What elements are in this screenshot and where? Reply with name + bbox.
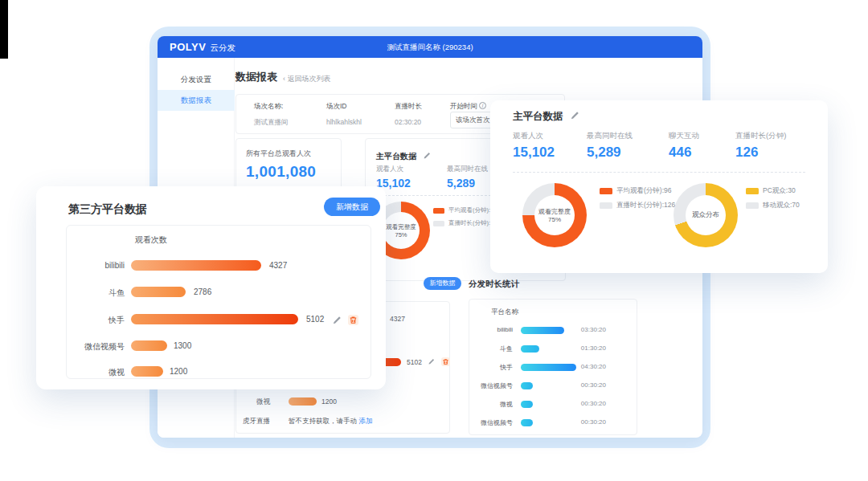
legend-swatch xyxy=(600,202,612,209)
table-row: 斗鱼 01:30:20 xyxy=(469,344,637,353)
window-header: POLYV云分发 测试直播间名称 (290234) xyxy=(158,36,702,58)
card-title: 第三方平台数据 xyxy=(68,202,147,217)
delete-icon[interactable] xyxy=(348,315,358,325)
legend-item: 平均观看(分钟):96 xyxy=(600,186,671,196)
huya-row: 虎牙直播 暂不支持获取，请手动 添加 xyxy=(236,415,449,426)
bar xyxy=(131,366,163,377)
bar xyxy=(521,327,564,334)
platform-column-header: 平台名称 xyxy=(491,308,518,317)
add-data-button[interactable]: 新增数据 xyxy=(324,198,380,216)
legend-swatch xyxy=(746,188,759,194)
bar-row: bilibili 4327 xyxy=(67,259,371,272)
divider xyxy=(513,172,805,173)
legend-swatch xyxy=(433,208,444,214)
session-id-field: 场次ID hlhlkahlskhl xyxy=(326,102,362,126)
bar-row: 微信视频号 1300 xyxy=(67,340,371,353)
legend-item: 平均观看(分钟):96 xyxy=(433,206,497,214)
session-name-field: 场次名称: 测试直播间 xyxy=(254,102,289,128)
legend-swatch xyxy=(433,221,444,226)
legend-swatch xyxy=(746,202,759,209)
logo-text: POLYV xyxy=(170,41,206,53)
edit-icon[interactable] xyxy=(423,152,431,160)
bar xyxy=(521,401,533,408)
table-row: 微信视频号 00:30:20 xyxy=(469,418,637,427)
legend-item: 直播时长(分钟):126 xyxy=(600,201,675,210)
table-row: 微视 00:30:20 xyxy=(469,399,637,409)
legend-item: PC观众:30 xyxy=(746,186,796,196)
legend-swatch xyxy=(600,188,612,194)
add-data-button[interactable]: 新增数据 xyxy=(424,277,461,290)
bar xyxy=(131,340,167,351)
stat-concurrent: 最高同时在线 5,289 xyxy=(447,165,488,190)
legend-item: 移动观众:70 xyxy=(746,201,800,210)
edit-icon[interactable] xyxy=(332,316,342,325)
bar-row: 快手 5102 xyxy=(67,313,371,326)
sidebar-item-data-report[interactable]: 数据报表 xyxy=(158,90,235,111)
total-views-label: 所有平台总观看人次 xyxy=(246,149,311,159)
add-link[interactable]: 添加 xyxy=(358,417,372,425)
table-row: 微信视频号 00:30:20 xyxy=(469,381,637,390)
main-panel-title-row: 主平台数据 xyxy=(376,148,431,162)
back-to-session-list-link[interactable]: ‹ 返回场次列表 xyxy=(283,74,331,84)
session-duration-field: 直播时长 02:30:20 xyxy=(395,102,422,126)
bar xyxy=(131,287,186,297)
bar xyxy=(521,345,539,353)
distribution-duration-title: 分发时长统计 xyxy=(469,279,519,290)
bar-row: 微视 1200 xyxy=(236,396,449,407)
table-row: 快手 04:30:20 xyxy=(469,362,637,372)
edit-icon[interactable] xyxy=(570,111,579,120)
sidebar-item-distribution-settings[interactable]: 分发设置 xyxy=(158,69,235,90)
views-column-header: 观看次数 xyxy=(135,234,167,246)
bar xyxy=(521,419,533,426)
bar-row: 斗鱼 2786 xyxy=(67,286,371,299)
bar-row: 微视 1200 xyxy=(67,365,371,378)
info-icon[interactable]: i xyxy=(479,102,486,109)
card-title-row: 主平台数据 xyxy=(513,110,579,124)
corner-strip xyxy=(0,0,8,59)
chevron-left-icon: ‹ xyxy=(283,75,285,83)
stat-concurrent: 最高同时在线 5,289 xyxy=(587,131,633,161)
completion-donut-chart: 观看完整度 75% xyxy=(522,183,587,247)
stat-duration: 直播时长(分钟) 126 xyxy=(735,131,786,161)
huya-note: 暂不支持获取，请手动 添加 xyxy=(289,417,372,426)
page-title: 数据报表 xyxy=(235,70,277,84)
audience-donut-chart: 观众分布 xyxy=(674,183,738,247)
logo-product: 云分发 xyxy=(210,43,235,52)
table-row: bilibili 03:30:20 xyxy=(469,325,637,335)
third-party-data-card: 第三方平台数据 新增数据 观看次数 bilibili 4327 斗鱼 2786 … xyxy=(36,186,386,389)
edit-icon[interactable] xyxy=(428,358,435,365)
bar xyxy=(521,382,533,389)
stat-views: 观看人次 15,102 xyxy=(513,131,555,161)
window-title: 测试直播间名称 (290234) xyxy=(158,43,702,53)
session-start-field: 开始时间i xyxy=(450,102,486,112)
polyv-logo: POLYV云分发 xyxy=(170,41,235,54)
stat-views: 观看人次 15,102 xyxy=(376,165,411,190)
main-platform-data-card: 主平台数据 观看人次 15,102 最高同时在线 5,289 聊天互动 446 … xyxy=(490,100,828,273)
distribution-duration-panel: 平台名称 bilibili 03:30:20 斗鱼 01:30:20 快手 04… xyxy=(469,299,637,435)
total-views-value: 1,001,080 xyxy=(246,163,316,181)
stat-chat: 聊天互动 446 xyxy=(669,131,699,161)
bar xyxy=(289,397,317,406)
page: POLYV云分发 测试直播间名称 (290234) 分发设置 数据报表 数据报表… xyxy=(0,0,868,481)
bar xyxy=(131,260,261,271)
delete-icon[interactable] xyxy=(441,357,450,366)
bar xyxy=(131,314,298,324)
views-chart-panel: 观看次数 bilibili 4327 斗鱼 2786 快手 5102 xyxy=(66,225,371,379)
